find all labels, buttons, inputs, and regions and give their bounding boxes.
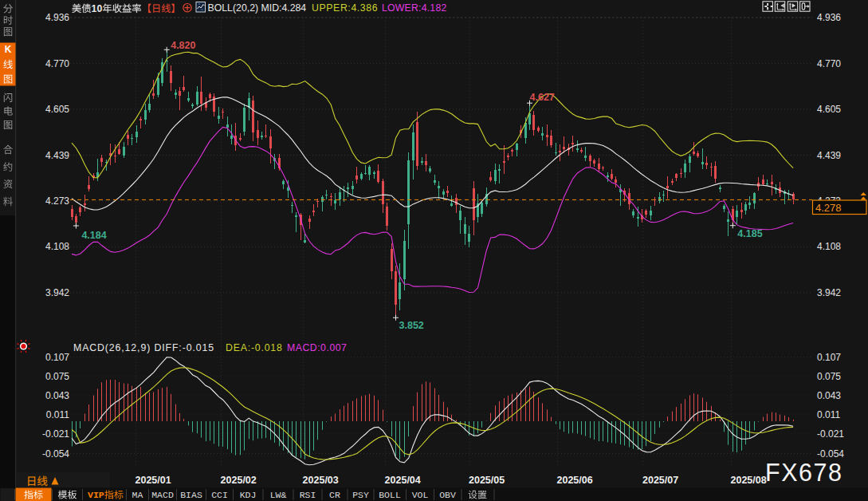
svg-text:4.108: 4.108: [45, 241, 69, 252]
svg-text:0.107: 0.107: [45, 352, 69, 363]
svg-text:0.011: 0.011: [46, 409, 69, 420]
svg-text:4.605: 4.605: [45, 104, 69, 115]
svg-text:MACD: MACD: [151, 490, 174, 500]
svg-text:CR: CR: [329, 490, 340, 500]
svg-text:-0.054: -0.054: [817, 448, 844, 460]
svg-text:0.043: 0.043: [817, 390, 841, 401]
svg-text:2025/04: 2025/04: [385, 475, 421, 486]
svg-text:0.011: 0.011: [817, 409, 840, 420]
svg-text:2025/02: 2025/02: [221, 475, 257, 486]
svg-text:VIP: VIP: [88, 490, 104, 500]
svg-text:BOLL(20,2) MID:4.284: BOLL(20,2) MID:4.284: [208, 2, 307, 14]
svg-text:4.605: 4.605: [817, 104, 841, 115]
svg-text:PSY: PSY: [352, 490, 369, 500]
svg-text:LW&: LW&: [270, 490, 287, 500]
svg-text:0.107: 0.107: [817, 352, 841, 363]
svg-text:3.852: 3.852: [399, 320, 424, 331]
svg-text:0.075: 0.075: [817, 371, 841, 382]
svg-text:4.936: 4.936: [45, 12, 69, 23]
svg-text:KDJ: KDJ: [240, 490, 257, 500]
svg-text:K: K: [5, 44, 12, 55]
svg-text:BOLL: BOLL: [379, 490, 401, 500]
svg-text:FX678: FX678: [765, 459, 842, 486]
svg-text:4.439: 4.439: [817, 150, 841, 161]
svg-text:UPPER:4.386: UPPER:4.386: [312, 2, 378, 14]
svg-text:2025/01: 2025/01: [136, 475, 171, 486]
svg-text:MACD:0.007: MACD:0.007: [287, 342, 347, 353]
svg-text:MACD(26,12,9) DIFF:-0.015: MACD(26,12,9) DIFF:-0.015: [73, 342, 214, 353]
svg-text:4.273: 4.273: [45, 195, 69, 207]
svg-text:0.043: 0.043: [45, 390, 69, 401]
svg-text:2025/05: 2025/05: [469, 475, 505, 486]
svg-text:4.820: 4.820: [171, 40, 195, 51]
svg-text:4.439: 4.439: [45, 150, 69, 161]
svg-text:MA: MA: [132, 490, 143, 500]
svg-text:4.108: 4.108: [817, 241, 841, 252]
svg-text:10: 10: [92, 3, 103, 14]
svg-text:3.942: 3.942: [817, 287, 841, 298]
svg-text:4.936: 4.936: [817, 12, 841, 23]
svg-text:4.770: 4.770: [45, 58, 69, 69]
svg-text:RSI: RSI: [300, 490, 316, 500]
svg-text:BIAS: BIAS: [180, 490, 202, 500]
svg-text:OBV: OBV: [439, 490, 456, 500]
svg-text:2025/07: 2025/07: [642, 475, 678, 486]
svg-text:2025/08: 2025/08: [731, 475, 767, 486]
svg-text:4.184: 4.184: [81, 230, 106, 241]
svg-text:DEA:-0.018: DEA:-0.018: [226, 342, 283, 353]
svg-text:2025/06: 2025/06: [557, 475, 593, 486]
svg-text:CCI: CCI: [211, 490, 228, 500]
svg-text:-0.054: -0.054: [42, 448, 69, 460]
svg-text:4.627: 4.627: [530, 92, 555, 103]
svg-text:2025/03: 2025/03: [303, 475, 339, 486]
svg-text:4.185: 4.185: [737, 228, 762, 239]
svg-text:3.942: 3.942: [45, 287, 69, 298]
svg-text:4.278: 4.278: [815, 202, 842, 214]
svg-text:-0.021: -0.021: [817, 428, 844, 440]
svg-text:-0.021: -0.021: [42, 428, 69, 440]
svg-text:LOWER:4.182: LOWER:4.182: [382, 2, 446, 14]
svg-text:4.770: 4.770: [817, 58, 841, 69]
svg-text:VOL: VOL: [412, 490, 429, 500]
svg-text:0.075: 0.075: [45, 371, 69, 382]
